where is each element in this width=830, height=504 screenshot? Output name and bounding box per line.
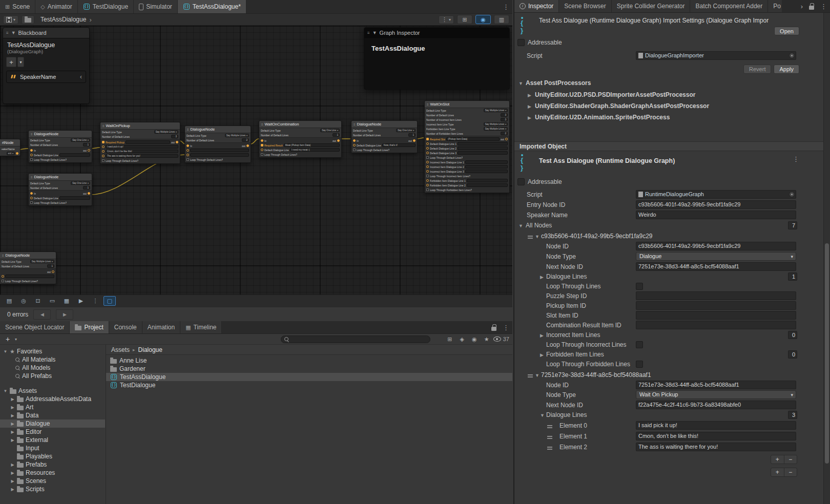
favorites-star-icon[interactable]: ★: [481, 336, 492, 343]
count-field[interactable]: 2: [501, 132, 508, 135]
line-type-dropdown[interactable]: Say Multiple Lines▾: [30, 260, 54, 263]
loop-checkbox[interactable]: [30, 158, 33, 161]
project-search-input[interactable]: [291, 337, 427, 343]
foldout-icon[interactable]: ▶: [540, 275, 544, 280]
line-port[interactable]: [261, 149, 263, 151]
packages-filter-icon[interactable]: ◈: [457, 336, 468, 343]
line-port[interactable]: [186, 154, 189, 156]
count-field[interactable]: 1: [83, 143, 90, 146]
node-start-partial[interactable]: rtNode eakerName ext▾: [0, 139, 20, 156]
search-save-icon[interactable]: ⊞: [444, 336, 455, 343]
loop-checkbox[interactable]: [261, 153, 263, 156]
foldout-icon[interactable]: ▶: [10, 479, 15, 484]
panel-menu-icon[interactable]: ⋮: [500, 321, 512, 333]
speaker-name-property[interactable]: SpeakerName ‹: [6, 71, 86, 83]
count-field[interactable]: 1: [47, 264, 54, 268]
next-node-id-field[interactable]: 7251e73e-38d3-44ff-a8c5-bcf54088aaf1: [636, 262, 796, 271]
expand-chevron-icon[interactable]: ‹: [80, 73, 82, 80]
add-element-button[interactable]: +: [771, 468, 784, 476]
postprocessor-row[interactable]: ▶ UnityEditor.U2D.PSD.PSDImporterAssetPo…: [514, 90, 830, 100]
node-dialogue-3[interactable]: ≡DialogueNode Default Line TypeSay Multi…: [184, 125, 251, 163]
line-type-dropdown[interactable]: Say Multiple Lines▾: [484, 109, 508, 112]
tab-partial[interactable]: Po: [768, 0, 782, 12]
frame-icon[interactable]: ▭: [46, 296, 58, 306]
input-port[interactable]: [186, 144, 189, 147]
tab-scene-object-locator[interactable]: Scene Object Locator: [0, 321, 70, 333]
collapse-icon[interactable]: ▼: [372, 30, 377, 35]
dialogue-lines-count-field[interactable]: 3: [788, 411, 797, 419]
line-port[interactable]: [426, 147, 429, 150]
line-field[interactable]: [467, 183, 508, 187]
panel-lock-icon[interactable]: [488, 321, 500, 333]
line-port[interactable]: [426, 184, 429, 186]
foldout-icon[interactable]: ▶: [10, 430, 15, 434]
addressable-checkbox[interactable]: [517, 178, 525, 185]
tab-testdialogue[interactable]: TestDialogue: [78, 0, 134, 13]
node-type-dropdown[interactable]: Dialogue: [636, 252, 796, 261]
prev-error-button[interactable]: ◀: [33, 309, 51, 320]
drag-handle-icon[interactable]: [528, 236, 533, 239]
element-value-field[interactable]: Cmon, don't be like this!: [636, 432, 796, 440]
line-port[interactable]: [30, 154, 33, 156]
script-field[interactable]: DialogueGraphImporter: [636, 51, 796, 60]
foldout-icon[interactable]: ▶: [540, 333, 544, 338]
node-entry-header[interactable]: ▼ 7251e73e-38d3-44ff-a8c5-bcf54088aaf1: [514, 370, 830, 380]
line-field[interactable]: [190, 149, 249, 152]
all-nodes-count-field[interactable]: 7: [788, 221, 797, 229]
slot-item-id-field[interactable]: [636, 311, 796, 320]
loop-checkbox[interactable]: [426, 188, 429, 191]
asset-item-gardener[interactable]: Gardener: [106, 365, 512, 373]
drag-handle-icon[interactable]: [547, 447, 552, 450]
foldout-icon[interactable]: ▶: [528, 104, 531, 109]
node-dialogue-5[interactable]: ≡DialogueNode Default Line TypeSay Multi…: [0, 251, 56, 284]
line-port[interactable]: [426, 165, 429, 168]
foldout-icon[interactable]: ▶: [10, 422, 15, 426]
dialogue-lines-count-field[interactable]: 1: [788, 272, 797, 281]
line-port[interactable]: [426, 179, 429, 182]
output-port[interactable]: [413, 139, 416, 142]
line-type-dropdown[interactable]: Say Multiple Lines▾: [154, 130, 178, 134]
inspector-lock-icon[interactable]: [806, 0, 817, 12]
settings-wrench-icon[interactable]: ⊡: [32, 296, 44, 306]
tab-animator[interactable]: ◇Animator: [35, 0, 78, 13]
object-picker-icon[interactable]: [789, 192, 795, 197]
addressable-checkbox[interactable]: [517, 39, 525, 46]
line-port[interactable]: [426, 142, 429, 145]
drag-handle-icon[interactable]: [547, 436, 552, 439]
toggle-graph-inspector-button[interactable]: ◉: [475, 15, 491, 24]
node-id-field[interactable]: 7251e73e-38d3-44ff-a8c5-bcf54088aaf1: [636, 381, 796, 389]
line-port[interactable]: [102, 155, 105, 157]
tree-item-favorites[interactable]: ▼★Favorites: [0, 347, 105, 355]
tab-testassdialogue[interactable]: TestAssDialogue*: [178, 0, 246, 13]
incorrect-item-lines-count-field[interactable]: 0: [788, 331, 797, 339]
line-type-dropdown[interactable]: Say Multiple Lines▾: [225, 134, 249, 137]
open-button[interactable]: Open: [774, 27, 799, 35]
more-icon[interactable]: ⋮: [89, 296, 101, 306]
line-port[interactable]: [30, 197, 33, 199]
blackboard-list-icon[interactable]: ▤: [3, 296, 15, 306]
loop-through-forbidden-lines-checkbox[interactable]: [636, 361, 643, 368]
foldout-icon[interactable]: ▶: [10, 397, 15, 402]
foldout-icon[interactable]: ▼: [535, 373, 540, 378]
tab-project[interactable]: Project: [70, 321, 109, 333]
node-type-dropdown[interactable]: Wait On Pickup: [636, 390, 796, 399]
add-property-button[interactable]: +: [6, 57, 16, 67]
line-field[interactable]: [59, 153, 90, 157]
tree-item-addressableassetsdata[interactable]: ▶AddressableAssetsData: [0, 395, 105, 403]
required-pickup-port[interactable]: [102, 141, 105, 143]
inspector-menu-icon[interactable]: ⋮: [817, 0, 830, 12]
foldout-icon[interactable]: ▼: [540, 413, 545, 418]
next-error-button[interactable]: ▶: [56, 309, 73, 320]
node-wait-on-combination[interactable]: ≡WaitOnCombination Default Line TypeSay …: [259, 120, 342, 158]
line-port[interactable]: [186, 149, 189, 152]
tab-timeline[interactable]: ▦Timeline: [180, 321, 222, 333]
minimap-toggle-icon[interactable]: ▢: [103, 296, 116, 306]
foldout-icon[interactable]: ▼: [535, 234, 540, 239]
blackboard-panel[interactable]: ≡▼Blackboard TestAssDialogue (DialogueGr…: [3, 27, 90, 104]
visibility-toggle[interactable]: 37: [493, 336, 509, 342]
node-dialogue-4[interactable]: ≡DialogueNode Default Line TypeSay One L…: [351, 120, 418, 153]
forbidden-item-lines-count-field[interactable]: 0: [788, 350, 797, 359]
line-field[interactable]: I said pick it up!: [106, 145, 178, 149]
input-port[interactable]: [353, 139, 356, 142]
node-dialogue-1[interactable]: ≡DialogueNode Default Line TypeSay One L…: [28, 130, 92, 163]
